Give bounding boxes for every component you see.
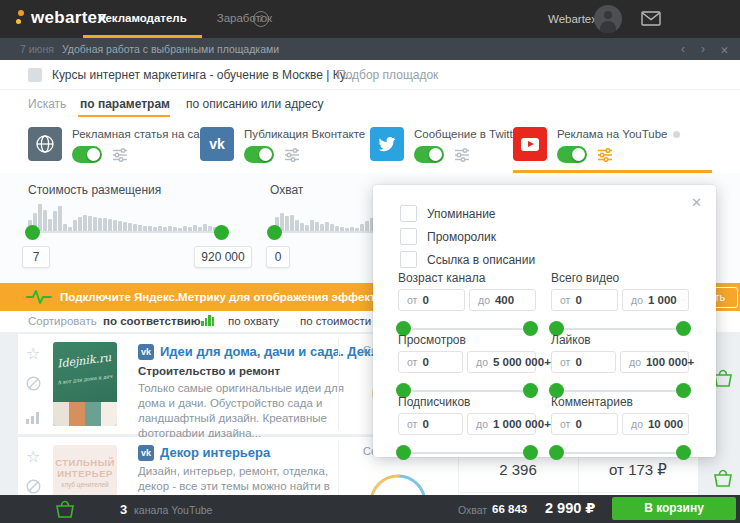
twitter-toggle[interactable]	[414, 146, 444, 163]
range-likes: Лайков от0 до100 000+	[551, 333, 689, 399]
range-to-input[interactable]: до10 000	[622, 413, 689, 435]
site-selection-link[interactable]: Подбор площадок	[337, 68, 438, 82]
hist-bar	[88, 216, 92, 232]
hist-bar	[103, 218, 107, 232]
tab-earnings[interactable]: Заработок	[202, 0, 287, 38]
range-to-input[interactable]: до5 000 000+	[467, 351, 536, 373]
favorite-star-icon[interactable]: ☆	[26, 344, 40, 363]
range-to-input[interactable]: до1 000	[622, 289, 689, 311]
platform-twitter: Сообщение в Twitter	[370, 117, 510, 173]
tab-by-params[interactable]: по параметрам	[80, 97, 170, 111]
price-max-handle[interactable]	[214, 225, 229, 240]
range-label: Подписчиков	[398, 395, 536, 409]
account-name: Webartex	[548, 13, 597, 25]
price-min-handle[interactable]	[25, 225, 40, 240]
price-max-value: 920 000	[194, 246, 252, 268]
platform-vk: vk Публикация Вконтакте	[200, 117, 360, 173]
hist-bar	[285, 216, 289, 232]
checkbox-promo[interactable]: Проморолик	[400, 228, 496, 245]
hist-bar	[78, 217, 82, 232]
pulse-icon	[26, 289, 52, 309]
range-from-input[interactable]: от0	[398, 351, 463, 373]
range-to-input[interactable]: до100 000+	[620, 351, 689, 373]
add-to-cart-icon[interactable]	[712, 468, 734, 492]
mail-icon[interactable]	[641, 11, 661, 30]
range-label: Комментариев	[551, 395, 689, 409]
checkbox-label: Ссылка в описании	[427, 253, 535, 267]
campaign-checkbox[interactable]	[28, 68, 42, 82]
checkbox-mention[interactable]: Упоминание	[400, 205, 496, 222]
checkbox-box[interactable]	[400, 228, 417, 245]
youtube-toggle[interactable]	[557, 146, 587, 163]
hist-bar	[58, 206, 62, 232]
cart-count-label: канала YouTube	[134, 504, 212, 516]
vk-toggle[interactable]	[244, 146, 274, 163]
hist-bar	[98, 218, 102, 232]
range-label: Всего видео	[551, 271, 689, 285]
range-max-handle[interactable]	[523, 445, 538, 460]
vk-filter-settings-icon[interactable]	[284, 148, 300, 166]
sort-by-reach[interactable]: по охвату	[228, 315, 279, 327]
sort-label: Сортировать	[28, 315, 97, 327]
sort-by-match[interactable]: по соответствию	[103, 315, 201, 327]
checkbox-box[interactable]	[400, 205, 417, 222]
search-label: Искать	[28, 97, 66, 111]
youtube-filter-settings-icon[interactable]	[597, 148, 613, 166]
globe-icon	[28, 127, 62, 161]
range-min-handle[interactable]	[549, 445, 564, 460]
hist-bar	[290, 215, 294, 232]
cart-count: 3	[120, 502, 127, 517]
campaign-row: Курсы интернет маркетинга - обучение в М…	[0, 60, 740, 90]
block-icon[interactable]	[26, 376, 41, 395]
favorite-star-icon[interactable]: ☆	[26, 447, 40, 466]
sort-by-price[interactable]: по стоимости	[300, 315, 371, 327]
dismiss-icon[interactable]: ✕	[720, 42, 729, 58]
range-max-handle[interactable]	[676, 445, 691, 460]
range-comments: Комментариев от0 до10 000	[551, 395, 689, 461]
prev-icon[interactable]: ‹	[681, 41, 685, 57]
cart-total: 2 990 ₽	[545, 500, 595, 516]
campaign-title: Курсы интернет маркетинга - обучение в М…	[52, 68, 355, 82]
close-icon[interactable]: ✕	[691, 195, 702, 210]
checkbox-description-link[interactable]: Ссылка в описании	[400, 251, 535, 268]
webartex-app: webartex Рекламодатель Заработок i Webar…	[0, 0, 740, 523]
avatar[interactable]	[594, 5, 622, 33]
reach-min-handle[interactable]	[267, 225, 282, 240]
range-slider	[398, 445, 536, 461]
range-to-input[interactable]: до400	[469, 289, 536, 311]
info-icon[interactable]: i	[253, 11, 269, 27]
price-histogram	[28, 204, 228, 232]
range-from-input[interactable]: от0	[551, 413, 618, 435]
hist-bar	[83, 215, 87, 232]
range-to-input[interactable]: до1 000 000+	[467, 413, 536, 435]
notice-message: Удобная работа с выбранными площадками	[62, 43, 279, 55]
cell-divider	[458, 492, 698, 493]
next-icon[interactable]: ›	[701, 41, 705, 57]
range-from-input[interactable]: от0	[551, 351, 616, 373]
checkbox-box[interactable]	[400, 251, 417, 268]
price-min-value: 7	[22, 246, 50, 268]
hist-bar	[93, 217, 97, 232]
website-filter-settings-icon[interactable]	[112, 148, 128, 166]
notice-bar: 7 июня Удобная работа с выбранными площа…	[0, 38, 740, 60]
listing-reach-value: 2 396	[458, 461, 578, 478]
tab-by-description[interactable]: по описанию или адресу	[186, 97, 323, 111]
range-from-input[interactable]: от0	[551, 289, 618, 311]
range-label: Лайков	[551, 333, 689, 347]
add-to-cart-button[interactable]: В корзину	[612, 497, 736, 520]
top-header: webartex Рекламодатель Заработок i Webar…	[0, 0, 740, 38]
range-min-handle[interactable]	[396, 445, 411, 460]
platform-website: Рекламная статья на сайте	[28, 117, 193, 173]
thumb-title: СТИЛЬНЫЙ	[53, 457, 117, 468]
listing-category: Строительство и ремонт	[138, 365, 280, 377]
stats-icon[interactable]	[26, 410, 40, 428]
tab-advertiser[interactable]: Рекламодатель	[83, 0, 202, 38]
range-from-input[interactable]: от0	[398, 289, 465, 311]
website-toggle[interactable]	[72, 146, 102, 163]
checkbox-label: Упоминание	[427, 207, 496, 221]
range-from-input[interactable]: от0	[398, 413, 463, 435]
thumb-title: Idejnik.ru	[56, 351, 115, 371]
listing-title-link[interactable]: Декор интерьера	[160, 445, 270, 460]
platform-youtube: Реклама на YouTube	[513, 117, 673, 173]
twitter-filter-settings-icon[interactable]	[454, 148, 470, 166]
